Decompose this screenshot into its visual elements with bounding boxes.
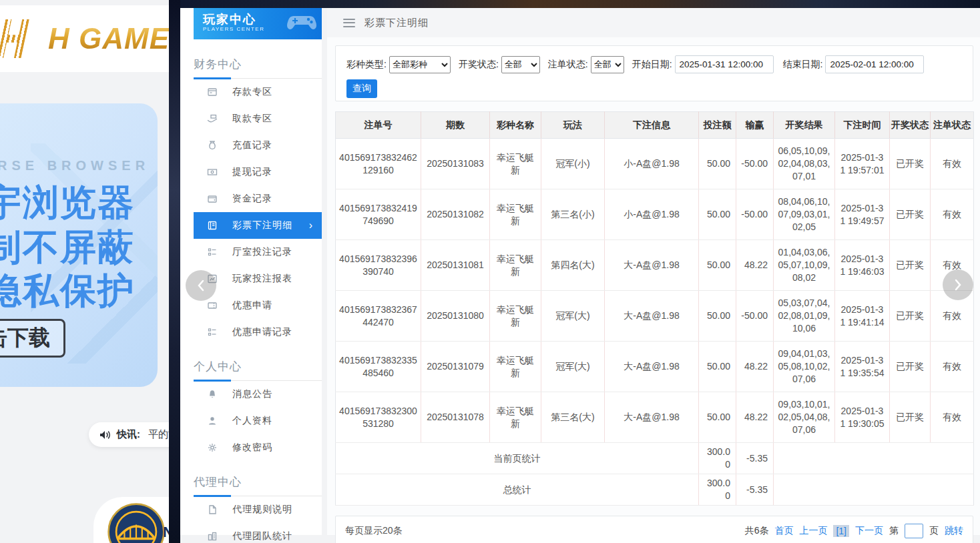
sidebar-item-label: 彩票下注明细 — [232, 219, 292, 231]
coupon-icon — [207, 300, 218, 311]
news-ticker[interactable]: 快讯: 平的博 — [89, 422, 170, 447]
filter-card: 彩种类型: 全部彩种 开奖状态: 全部 注单状态: 全部 开始日期: 结束日期: — [335, 45, 973, 101]
jump-button[interactable]: 跳转 — [945, 525, 963, 537]
sidebar-item-message-announcements[interactable]: 消息公告 — [194, 381, 322, 408]
total-summary-row: 总统计 300.00 -5.35 — [336, 474, 974, 506]
total-summary-winloss: -5.35 — [736, 474, 774, 506]
ticker-text: 平的博 — [148, 428, 170, 441]
sidebar-item-promo-apply[interactable]: 优惠申请 — [194, 292, 322, 319]
content-area: 彩票下注明细 彩种类型: 全部彩种 开奖状态: 全部 注单状态: 全部 — [327, 8, 980, 535]
browser-ad-banner[interactable]: RSE BROWSER 宇浏览器 制不屏蔽 隐私保护 击下载 — [0, 103, 158, 387]
carousel-prev-button[interactable] — [186, 270, 216, 301]
sidebar-item-lottery-bet-details[interactable]: 彩票下注明细› — [194, 212, 322, 239]
search-button[interactable]: 查询 — [346, 79, 377, 98]
site-logo[interactable]: H GAME — [1, 19, 170, 58]
column-header: 开奖结果 — [774, 112, 835, 139]
column-header: 输赢 — [736, 112, 774, 139]
sidebar-item-withdraw-records[interactable]: 提现记录 — [194, 159, 322, 185]
ticker-label: 快讯: — [117, 428, 140, 441]
table-row: 40156917383230053128020250131078幸运飞艇新第三名… — [336, 392, 974, 443]
sidebar-item-recharge-records[interactable]: 充值记录 — [194, 132, 322, 159]
table-cell: 已开奖 — [890, 139, 931, 189]
table-cell: 48.22 — [736, 240, 774, 291]
table-card: 注单号期数彩种名称玩法下注信息投注额输赢开奖结果下注时间开奖状态注单状态 401… — [335, 111, 973, 506]
deposit-card-icon — [207, 87, 218, 97]
sidebar-item-label: 个人资料 — [232, 415, 272, 427]
table-cell: 幸运飞艇新 — [490, 139, 541, 189]
pagination-bar: 每页显示20条 共6条 首页 上一页 [1] 下一页 第 页 跳转 — [335, 516, 973, 543]
sidebar-item-hall-bet-records[interactable]: 厅室投注记录 — [194, 239, 322, 265]
lottery-type-select[interactable]: 全部彩种 — [389, 56, 451, 73]
column-header: 期数 — [421, 112, 490, 139]
sidebar-section-title: 财务中心 — [194, 57, 322, 79]
document-icon — [207, 504, 218, 515]
table-cell: -50.00 — [736, 139, 774, 189]
table-cell: 50.00 — [699, 139, 736, 189]
start-date-input[interactable] — [675, 55, 774, 73]
hamburger-menu-icon[interactable] — [343, 19, 355, 27]
order-status-select[interactable]: 全部 — [591, 56, 624, 73]
sidebar-item-promo-apply-records[interactable]: 优惠申请记录 — [194, 319, 322, 346]
column-header: 彩种名称 — [490, 112, 541, 139]
bets-table: 注单号期数彩种名称玩法下注信息投注额输赢开奖结果下注时间开奖状态注单状态 401… — [335, 111, 974, 506]
table-cell: 401569173832462129160 — [336, 139, 421, 189]
table-cell: 已开奖 — [890, 342, 931, 392]
column-header: 投注额 — [699, 112, 736, 139]
table-cell: 有效 — [931, 139, 974, 189]
jump-page-input[interactable] — [905, 524, 923, 538]
sidebar-item-label: 提现记录 — [232, 166, 272, 178]
sidebar-item-deposit-zone[interactable]: 存款专区 — [194, 79, 322, 105]
hh-logo-mark-icon — [0, 19, 49, 58]
sidebar-item-agent-rules[interactable]: 代理规则说明 — [194, 496, 322, 523]
table-cell: 已开奖 — [890, 240, 931, 291]
table-cell: 2025-01-31 19:49:57 — [835, 189, 890, 240]
jump-suffix-label: 页 — [929, 525, 939, 537]
table-cell: 20250131078 — [421, 392, 490, 443]
prev-page-link[interactable]: 上一页 — [799, 525, 827, 537]
table-cell: 2025-01-31 19:46:03 — [835, 240, 890, 291]
table-cell: 第三名(大) — [541, 392, 605, 443]
sidebar-item-change-password[interactable]: 修改密码 — [194, 434, 322, 461]
table-cell: 幸运飞艇新 — [490, 392, 541, 443]
sidebar-item-label: 代理团队统计 — [232, 530, 292, 542]
first-page-link[interactable]: 首页 — [774, 525, 793, 537]
sidebar-item-withdraw-zone[interactable]: 取款专区 — [194, 105, 322, 132]
table-cell: 第四名(大) — [541, 240, 605, 291]
table-cell: 401569173832367442470 — [336, 291, 421, 342]
order-status-label: 注单状态: — [548, 59, 588, 71]
download-button[interactable]: 击下载 — [0, 319, 65, 358]
next-page-link[interactable]: 下一页 — [855, 525, 883, 537]
sidebar-item-label: 厅室投注记录 — [232, 246, 292, 258]
table-cell: 幸运飞艇新 — [490, 342, 541, 392]
sidebar-item-profile[interactable]: 个人资料 — [194, 408, 322, 434]
site-header: H GAME — [0, 5, 170, 72]
team-logo-icon — [107, 502, 166, 543]
chevron-left-icon — [196, 280, 206, 292]
table-cell: 20250131083 — [421, 139, 490, 189]
table-cell: 冠军(大) — [541, 342, 605, 392]
sidebar-item-label: 存款专区 — [232, 86, 272, 98]
total-summary-label: 总统计 — [336, 474, 699, 506]
table-row: 40156917383239639074020250131081幸运飞艇新第四名… — [336, 240, 974, 291]
banner-line-2: 制不屏蔽 — [0, 223, 135, 272]
withdraw-hand-icon — [207, 113, 218, 124]
table-cell: 大-A盘@1.98 — [605, 291, 699, 342]
sidebar-section-title: 代理中心 — [194, 474, 322, 496]
sidebar-item-label: 代理规则说明 — [232, 504, 292, 516]
table-cell: 50.00 — [699, 240, 736, 291]
end-date-input[interactable] — [825, 55, 924, 73]
news-card: N — [93, 497, 170, 543]
sidebar-item-label: 消息公告 — [232, 388, 272, 400]
carousel-next-button[interactable] — [943, 269, 973, 300]
sidebar-item-agent-team-stats[interactable]: 代理团队统计 — [194, 523, 322, 543]
table-cell: 2025-01-31 19:41:14 — [835, 291, 890, 342]
draw-status-select[interactable]: 全部 — [501, 56, 540, 73]
current-page-badge: [1] — [833, 525, 849, 537]
table-cell: 48.22 — [736, 392, 774, 443]
table-cell: 05,03,07,04,02,08,01,09,10,06 — [774, 291, 835, 342]
sidebar-item-fund-records[interactable]: 资金记录 — [194, 185, 322, 212]
table-cell: -50.00 — [736, 189, 774, 240]
end-date-label: 结束日期: — [783, 59, 823, 71]
table-cell: 20250131082 — [421, 189, 490, 240]
sidebar-header: 玩家中心 PLAYERS CENTER — [194, 8, 322, 39]
